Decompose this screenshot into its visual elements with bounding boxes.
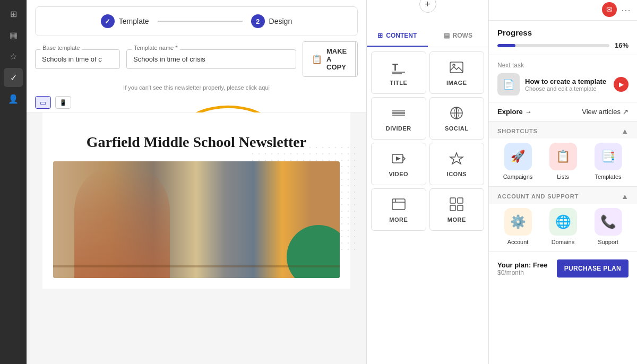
shortcut-item-campaigns[interactable]: 🚀 Campaigns [497, 143, 538, 180]
content-item-video[interactable]: VIDEO [371, 143, 426, 185]
templates-emoji: 📑 [601, 150, 615, 163]
base-template-group: Base template [35, 49, 120, 69]
title-icon: T [391, 59, 406, 75]
content-grid: T TITLE IMAGE DIVIDER + SOCIAL [367, 47, 488, 364]
svg-rect-3 [450, 62, 463, 73]
notification-icon[interactable]: ✉ [602, 2, 617, 17]
templates-icon: 📑 [595, 143, 622, 170]
external-link-icon [623, 108, 629, 116]
more-icon[interactable]: ⋯ [619, 2, 633, 18]
desk-line [53, 265, 340, 267]
newsletter-image [53, 161, 340, 278]
tab-rows[interactable]: ▤ ROWS [428, 25, 489, 47]
progress-bar-track [497, 44, 609, 47]
social-item-label: SOCIAL [445, 125, 469, 132]
content-item-divider[interactable]: DIVIDER [371, 97, 426, 140]
svg-text:+: + [455, 110, 458, 116]
account-item-support[interactable]: 📞 Support [588, 208, 629, 245]
task-play-button[interactable]: ▶ [614, 77, 629, 92]
plan-title: Your plan: Free [497, 261, 547, 269]
account-label: Account [507, 239, 529, 245]
domains-icon: 🌐 [549, 208, 577, 236]
explore-label: Explore [497, 108, 523, 116]
dropdown-arrow-icon[interactable]: ▾ [356, 50, 358, 68]
domains-label: Domains [552, 239, 574, 245]
add-block-button[interactable]: + [419, 0, 436, 13]
sidebar-icon-table[interactable]: ▦ [4, 25, 23, 45]
template-row: Base template Template name * 📋 MAKE A C… [35, 41, 358, 77]
content-item-social[interactable]: + SOCIAL [429, 97, 485, 140]
svg-marker-14 [403, 157, 405, 161]
social-icon: + [449, 105, 464, 121]
shortcuts-section-header: SHORTCUTS [489, 122, 637, 138]
content-item-icons[interactable]: ICONS [429, 143, 485, 185]
base-template-input[interactable] [35, 49, 120, 69]
sidebar-icon-grid[interactable]: ⊞ [4, 4, 23, 23]
shortcuts-toggle-icon[interactable] [621, 127, 629, 135]
wizard-step-2: 2 Design [251, 14, 292, 28]
view-articles-label: View articles [582, 108, 621, 116]
make-copy-label: MAKE A COPY [326, 47, 347, 71]
task-thumbnail: 📄 [497, 73, 520, 96]
svg-point-4 [453, 64, 455, 66]
shortcut-item-lists[interactable]: 📋 Lists [543, 143, 583, 180]
extra1-label: MORE [389, 216, 408, 223]
newsletter-title: Garfield Middle School Newsletter [53, 134, 340, 151]
left-sidebar: ⊞ ▦ ☆ ✓ 👤 [0, 0, 27, 364]
explore-bar: Explore View articles [489, 102, 637, 122]
step1-circle: ✓ [101, 14, 115, 28]
make-copy-button[interactable]: 📋 MAKE A COPY ▾ [303, 41, 358, 77]
account-emoji: ⚙️ [510, 214, 526, 229]
content-tab-grid-icon: ⊞ [377, 32, 383, 39]
video-icon [391, 151, 406, 167]
explore-link[interactable]: Explore [497, 108, 532, 116]
plan-info: Your plan: Free $0/month [497, 261, 547, 276]
video-item-label: VIDEO [389, 171, 408, 177]
progress-bar-fill [497, 44, 515, 47]
right-panel: ✉ ⋯ Progress 16% Next task 📄 How to crea… [488, 0, 637, 364]
account-toggle-icon[interactable] [621, 192, 629, 201]
task-subtitle: Choose and edit a template [525, 85, 608, 92]
content-item-extra2[interactable]: MORE [429, 188, 485, 231]
support-label: Support [598, 239, 618, 245]
progress-title: Progress [497, 28, 629, 37]
account-item-domains[interactable]: 🌐 Domains [543, 208, 583, 245]
support-emoji: 📞 [600, 214, 616, 229]
main-area: ✓ Template 2 Design Base template Templa… [27, 0, 366, 364]
shortcuts-grid: 🚀 Campaigns 📋 Lists 📑 Templates [489, 138, 637, 187]
progress-bar-container: 16% [497, 41, 629, 49]
content-item-extra1[interactable]: MORE [371, 188, 426, 231]
next-task-section: Next task 📄 How to create a template Cho… [489, 55, 637, 102]
shortcuts-section-label: SHORTCUTS [497, 128, 538, 134]
mobile-preview-btn[interactable]: 📱 [55, 96, 71, 109]
shortcut-item-templates[interactable]: 📑 Templates [588, 143, 629, 180]
content-item-image[interactable]: IMAGE [429, 51, 485, 94]
preview-notice-text: If you can't see this newsletter properl… [123, 84, 270, 91]
account-grid: ⚙️ Account 🌐 Domains 📞 Support [489, 204, 637, 252]
rows-tab-label: ROWS [453, 32, 472, 39]
preview-notice: If you can't see this newsletter properl… [27, 82, 366, 93]
divider-item-label: DIVIDER [386, 125, 411, 132]
sidebar-icon-check[interactable]: ✓ [4, 68, 23, 87]
copy-icon: 📋 [312, 54, 322, 64]
icons-icon [449, 151, 464, 167]
templates-label: Templates [595, 174, 621, 180]
extra2-icon [449, 196, 464, 212]
template-name-input[interactable] [126, 49, 296, 69]
lists-emoji: 📋 [556, 150, 570, 163]
account-section-header: ACCOUNT AND SUPPORT [489, 187, 637, 204]
domains-emoji: 🌐 [555, 214, 571, 229]
desktop-preview-btn[interactable]: ▭ [35, 96, 51, 109]
purchase-plan-button[interactable]: PURCHASE PLAN [557, 259, 629, 278]
campaigns-label: Campaigns [503, 174, 533, 180]
plan-price: $0/month [497, 269, 547, 276]
view-articles-link[interactable]: View articles [582, 108, 629, 116]
svg-rect-17 [392, 199, 405, 210]
account-icon: ⚙️ [504, 208, 532, 236]
sidebar-icon-user[interactable]: 👤 [4, 89, 23, 108]
account-item-account[interactable]: ⚙️ Account [497, 208, 538, 245]
tab-content[interactable]: ⊞ CONTENT [367, 25, 428, 47]
sidebar-icon-star[interactable]: ☆ [4, 47, 23, 66]
extra2-label: MORE [447, 216, 466, 223]
content-item-title[interactable]: T TITLE [371, 51, 426, 94]
